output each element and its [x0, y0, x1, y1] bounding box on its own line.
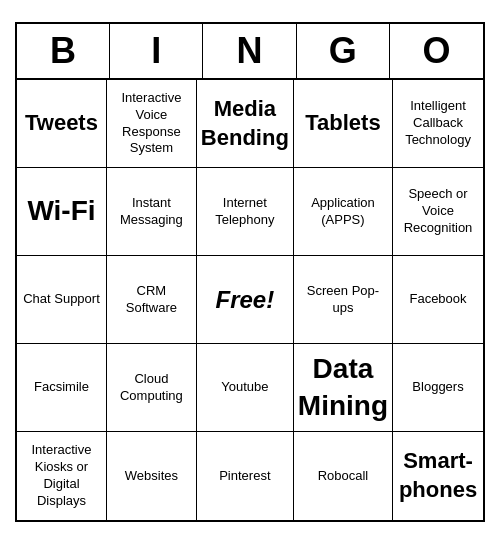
bingo-grid: TweetsInteractive Voice Response SystemM…: [17, 80, 483, 520]
bingo-cell-14: Facebook: [393, 256, 483, 344]
bingo-cell-3: Tablets: [294, 80, 393, 168]
bingo-cell-0: Tweets: [17, 80, 107, 168]
bingo-cell-15: Facsimile: [17, 344, 107, 432]
bingo-cell-19: Bloggers: [393, 344, 483, 432]
bingo-cell-21: Websites: [107, 432, 197, 520]
bingo-cell-1: Interactive Voice Response System: [107, 80, 197, 168]
bingo-header: BINGO: [17, 24, 483, 80]
bingo-cell-5: Wi-Fi: [17, 168, 107, 256]
bingo-cell-11: CRM Software: [107, 256, 197, 344]
bingo-cell-24: Smart-phones: [393, 432, 483, 520]
bingo-cell-23: Robocall: [294, 432, 393, 520]
bingo-cell-17: Youtube: [197, 344, 294, 432]
bingo-letter-i: I: [110, 24, 203, 78]
bingo-cell-10: Chat Support: [17, 256, 107, 344]
bingo-cell-2: Media Bending: [197, 80, 294, 168]
bingo-cell-6: Instant Messaging: [107, 168, 197, 256]
bingo-card: BINGO TweetsInteractive Voice Response S…: [15, 22, 485, 522]
bingo-letter-n: N: [203, 24, 296, 78]
bingo-cell-20: Interactive Kiosks or Digital Displays: [17, 432, 107, 520]
bingo-cell-4: Intelligent Callback Technology: [393, 80, 483, 168]
bingo-cell-13: Screen Pop-ups: [294, 256, 393, 344]
bingo-cell-8: Application (APPS): [294, 168, 393, 256]
bingo-cell-12: Free!: [197, 256, 294, 344]
bingo-letter-g: G: [297, 24, 390, 78]
bingo-letter-b: B: [17, 24, 110, 78]
bingo-cell-7: Internet Telephony: [197, 168, 294, 256]
bingo-cell-9: Speech or Voice Recognition: [393, 168, 483, 256]
bingo-cell-16: Cloud Computing: [107, 344, 197, 432]
bingo-letter-o: O: [390, 24, 483, 78]
bingo-cell-18: Data Mining: [294, 344, 393, 432]
bingo-cell-22: Pinterest: [197, 432, 294, 520]
